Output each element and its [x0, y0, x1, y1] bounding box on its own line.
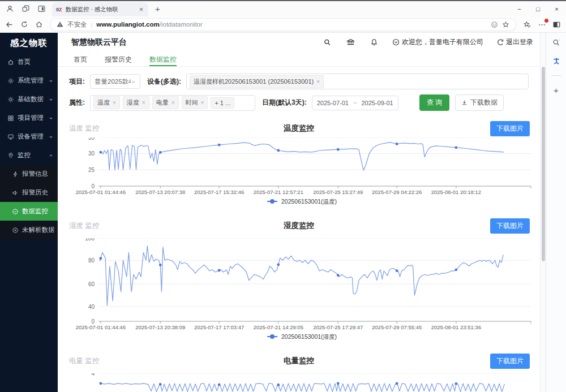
attribute-multiselect[interactable]: 温度× 湿度× 电量× 时间× + 1 ... [90, 95, 255, 111]
project-select[interactable]: 普量2025款4... [90, 74, 140, 89]
browser-more-icon[interactable]: ⋯ [538, 20, 546, 29]
sidebar-item-project-mgmt[interactable]: 项目管理 [0, 109, 58, 127]
battery-chart[interactable]: 43 [58, 373, 540, 392]
browser-tab[interactable]: 0Z 数据监控 · 感之物联 × [52, 2, 148, 16]
search-icon[interactable] [323, 38, 331, 46]
sidebar-item-system-mgmt[interactable]: 系统管理 [0, 71, 58, 90]
refresh-icon[interactable] [20, 20, 28, 28]
browser-profile-box-icon[interactable] [552, 20, 561, 29]
rail-plus-icon[interactable]: + [554, 85, 559, 95]
tab-home[interactable]: 首页 [74, 51, 87, 66]
filter-panel: 项目: 普量2025款4... 设备(多选): 温湿度样机20250615300… [58, 67, 540, 117]
pin-icon [7, 152, 14, 159]
attr-chip-temp[interactable]: 温度× [93, 96, 120, 109]
attr-chip-battery[interactable]: 电量× [152, 96, 179, 109]
chevron-circle-icon [392, 38, 400, 46]
svg-text:4: 4 [91, 373, 95, 377]
svg-text:25: 25 [88, 167, 95, 173]
download-image-button[interactable]: 下载图片 [490, 121, 530, 136]
svg-text:2025-07-29 07:55:45: 2025-07-29 07:55:45 [372, 324, 422, 330]
humidity-chart-section: 湿度 监控 湿度监控 下载图片 10080604002025-07-01 01:… [58, 214, 540, 342]
svg-text:2025-08-01 23:51:36: 2025-08-01 23:51:36 [431, 324, 481, 330]
back-icon[interactable] [5, 20, 14, 29]
new-tab-button[interactable]: + [155, 4, 160, 14]
grid-icon [7, 115, 14, 122]
rail-search-icon[interactable] [552, 38, 560, 47]
sidebar-item-alarm-info[interactable]: 报警信息 [0, 165, 58, 183]
svg-text:202506153001(湿度): 202506153001(湿度) [281, 333, 337, 340]
sidebar-item-unparsed-data[interactable]: 未解析数据 [0, 221, 58, 239]
tab-data-monitor[interactable]: 数据监控 [149, 51, 177, 66]
attr-chip-time[interactable]: 时间× [182, 96, 208, 109]
notification-badge [544, 18, 549, 23]
svg-text:2025-07-25 17:29:47: 2025-07-25 17:29:47 [313, 324, 363, 330]
window-minimize-button[interactable]: − [510, 1, 529, 16]
feedback-icon[interactable] [491, 21, 498, 28]
chip-close-icon[interactable]: × [316, 79, 320, 85]
browser-toolbar: 不安全 | www.puliangiot.com/iotdatamonitor … [0, 16, 566, 33]
favorites-bar-icon[interactable] [523, 20, 531, 29]
welcome-text[interactable]: 欢迎您，普量电子有限公司 [392, 37, 483, 47]
home-icon[interactable] [35, 20, 43, 28]
svg-text:2025-07-21 12:57:21: 2025-07-21 12:57:21 [254, 189, 303, 195]
svg-text:2025-07-25 15:27:49: 2025-07-25 15:27:49 [313, 189, 363, 195]
profile-icon[interactable] [6, 5, 14, 13]
tab-close-icon[interactable]: × [138, 6, 144, 14]
svg-text:100: 100 [85, 238, 95, 242]
svg-text:0: 0 [91, 183, 95, 189]
bell-icon[interactable] [370, 38, 378, 46]
warning-icon[interactable] [57, 21, 63, 28]
attr-chip-humidity[interactable]: 湿度× [123, 96, 149, 109]
svg-text:40: 40 [88, 304, 95, 310]
monitor-icon [7, 133, 14, 140]
chevron-down-icon [49, 97, 53, 102]
rail-app-icon[interactable] [552, 57, 561, 66]
svg-text:80: 80 [88, 257, 95, 264]
page-scrollbar[interactable] [540, 33, 546, 392]
app-sidebar: 感之物联 首页 系统管理 基础数据 项目管理 设备 [0, 33, 58, 392]
sidebar-item-alarm-history[interactable]: 报警历史 [0, 183, 58, 202]
svg-text:2025-07-13 20:38:09: 2025-07-13 20:38:09 [135, 324, 185, 330]
sidebar-item-data-monitor[interactable]: 数据监控 [0, 202, 58, 221]
tab-alarm-history[interactable]: 报警历史 [105, 51, 132, 66]
sidebar-submenu: 报警信息 报警历史 数据监控 未解析数据 [0, 165, 58, 239]
chart-left-title: 湿度 监控 [69, 221, 99, 231]
speaker-icon [12, 189, 19, 196]
address-bar[interactable]: 不安全 | www.puliangiot.com/iotdatamonitor [50, 18, 516, 31]
scrollbar-thumb[interactable] [542, 67, 545, 261]
sidebar-item-base-data[interactable]: 基础数据 [0, 90, 58, 109]
query-button[interactable]: 查 询 [419, 94, 449, 111]
window-maximize-button[interactable]: □ [529, 1, 547, 16]
chevron-down-icon [49, 135, 53, 139]
chevron-down-icon [131, 79, 136, 84]
temperature-chart[interactable]: 35302502025-07-01 01:44:462025-07-13 20:… [58, 137, 540, 206]
sidebar-item-monitor[interactable]: 监控 [0, 146, 58, 165]
divider: | [91, 21, 93, 28]
device-chip[interactable]: 温湿度样机202506153001 (202506153001)× [190, 75, 324, 88]
download-icon [461, 100, 468, 106]
sidebar-item-device-mgmt[interactable]: 设备管理 [0, 127, 58, 146]
date-range-input[interactable]: 2025-07-01 ~ 2025-09-01 [312, 96, 398, 110]
download-image-button[interactable]: 下载图片 [490, 218, 530, 234]
chip-close-icon[interactable]: × [171, 100, 175, 106]
chart-left-title: 温度 监控 [69, 124, 99, 133]
chip-close-icon[interactable]: × [113, 100, 116, 106]
favorite-star-icon[interactable] [502, 21, 509, 28]
window-close-button[interactable]: × [547, 1, 566, 16]
download-data-button[interactable]: 下载数据 [455, 94, 504, 111]
chip-close-icon[interactable]: × [201, 100, 204, 106]
humidity-chart[interactable]: 10080604002025-07-01 01:44:462025-07-13 … [58, 238, 540, 342]
bank-icon[interactable] [346, 38, 355, 46]
split-screen-icon[interactable] [37, 5, 46, 13]
logout-icon [496, 38, 504, 46]
device-multiselect[interactable]: 温湿度样机202506153001 (202506153001)× [186, 74, 529, 89]
date-start: 2025-07-01 [317, 100, 349, 106]
download-image-button[interactable]: 下载图片 [490, 354, 530, 369]
svg-text:2025-07-17 15:32:46: 2025-07-17 15:32:46 [194, 189, 244, 195]
workspaces-icon[interactable] [22, 5, 30, 13]
sidebar-item-home[interactable]: 首页 [0, 53, 58, 71]
logout-button[interactable]: 退出登录 [496, 37, 533, 47]
chip-close-icon[interactable]: × [142, 100, 145, 106]
attr-chip-more[interactable]: + 1 ... [211, 97, 234, 109]
date-separator: ~ [353, 100, 357, 106]
